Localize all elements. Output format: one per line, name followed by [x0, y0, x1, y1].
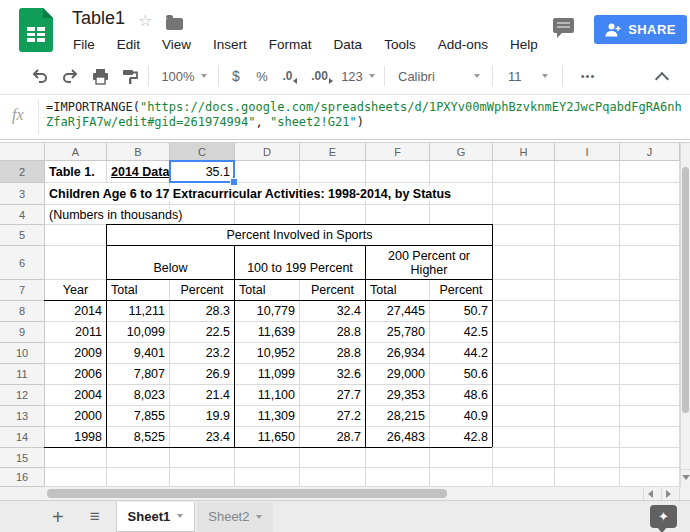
menu-view[interactable]: View [151, 37, 202, 52]
cell-H7[interactable] [493, 280, 555, 301]
cell-G13[interactable]: 40.9 [430, 406, 493, 427]
cell-F2[interactable] [366, 161, 430, 183]
cell-C12[interactable]: 21.4 [170, 385, 235, 406]
cell-I14[interactable] [555, 427, 620, 448]
cell-G14[interactable]: 42.8 [430, 427, 493, 448]
cell-G9[interactable]: 42.5 [430, 322, 493, 343]
cell-A7[interactable]: Year [45, 280, 107, 301]
cell-B6[interactable]: Below [107, 246, 235, 280]
cell-A12[interactable]: 2004 [45, 385, 107, 406]
cell-J13[interactable] [620, 406, 680, 427]
cell-A3[interactable]: Children Age 6 to 17 Extracurricular Act… [45, 183, 107, 205]
number-format-select[interactable]: 123 [338, 58, 378, 94]
folder-icon[interactable] [166, 18, 183, 30]
star-icon[interactable]: ☆ [138, 11, 152, 30]
cell-J8[interactable] [620, 301, 680, 322]
cell-I10[interactable] [555, 343, 620, 364]
more-toolbar-button[interactable]: ••• [570, 58, 606, 94]
cell-G15[interactable] [430, 448, 493, 468]
cell-I4[interactable] [555, 205, 620, 225]
cell-C7[interactable]: Percent [170, 280, 235, 301]
increase-decimal-button[interactable]: .00 [306, 58, 338, 94]
cell-E11[interactable]: 32.6 [300, 364, 366, 385]
menu-help[interactable]: Help [499, 37, 549, 52]
cell-J15[interactable] [620, 448, 680, 468]
sheets-logo-icon[interactable] [19, 8, 53, 52]
cell-H12[interactable] [493, 385, 555, 406]
cell-A10[interactable]: 2009 [45, 343, 107, 364]
cell-H10[interactable] [493, 343, 555, 364]
decrease-decimal-button[interactable]: .0 [276, 58, 304, 94]
cell-B2[interactable]: 2014 Data [107, 161, 170, 183]
cell-J5[interactable] [620, 225, 680, 246]
row-header-10[interactable]: 10 [0, 343, 45, 364]
currency-format-button[interactable]: $ [224, 58, 248, 94]
cell-J7[interactable] [620, 280, 680, 301]
vertical-scrollbar-thumb[interactable] [682, 167, 689, 413]
cell-C9[interactable]: 22.5 [170, 322, 235, 343]
cell-F6[interactable]: 200 Percent or Higher [366, 246, 493, 280]
row-header-4[interactable]: 4 [0, 205, 45, 225]
cell-E14[interactable]: 28.7 [300, 427, 366, 448]
cell-B11[interactable]: 7,807 [107, 364, 170, 385]
share-button[interactable]: SHARE [594, 15, 687, 44]
cell-J12[interactable] [620, 385, 680, 406]
column-header-E[interactable]: E [300, 143, 366, 161]
scroll-right-arrow-icon[interactable] [666, 490, 671, 498]
cell-F14[interactable]: 26,483 [366, 427, 430, 448]
cell-I11[interactable] [555, 364, 620, 385]
horizontal-scrollbar-thumb[interactable] [47, 489, 447, 498]
cell-D14[interactable]: 11,650 [235, 427, 300, 448]
row-header-5[interactable]: 5 [0, 225, 45, 246]
cell-H15[interactable] [493, 448, 555, 468]
cell-J11[interactable] [620, 364, 680, 385]
cell-J3[interactable] [620, 183, 680, 205]
row-header-3[interactable]: 3 [0, 183, 45, 205]
row-header-11[interactable]: 11 [0, 364, 45, 385]
cell-A4[interactable]: (Numbers in thousands) [45, 205, 107, 225]
cell-E9[interactable]: 28.8 [300, 322, 366, 343]
cell-H4[interactable] [493, 205, 555, 225]
cell-B8[interactable]: 11,211 [107, 301, 170, 322]
font-size-select[interactable]: 11 [500, 58, 556, 94]
cell-D6[interactable]: 100 to 199 Percent [235, 246, 366, 280]
cell-J10[interactable] [620, 343, 680, 364]
cell-J16[interactable] [620, 468, 680, 487]
cell-C14[interactable]: 23.4 [170, 427, 235, 448]
cell-J9[interactable] [620, 322, 680, 343]
row-header-9[interactable]: 9 [0, 322, 45, 343]
row-header-7[interactable]: 7 [0, 280, 45, 301]
row-header-12[interactable]: 12 [0, 385, 45, 406]
cell-A14[interactable]: 1998 [45, 427, 107, 448]
menu-file[interactable]: File [62, 37, 106, 52]
cell-H5[interactable] [493, 225, 555, 246]
column-header-A[interactable]: A [45, 143, 107, 161]
column-header-J[interactable]: J [620, 143, 680, 161]
cell-B16[interactable] [107, 468, 170, 487]
explore-button[interactable]: ✦ [650, 505, 677, 528]
cell-A8[interactable]: 2014 [45, 301, 107, 322]
cell-J6[interactable] [620, 246, 680, 280]
cell-A6[interactable] [45, 246, 107, 280]
cell-E12[interactable]: 27.7 [300, 385, 366, 406]
cell-A2[interactable]: Table 1. [45, 161, 107, 183]
column-header-C[interactable]: C [170, 143, 235, 161]
menu-edit[interactable]: Edit [106, 37, 151, 52]
cell-I6[interactable] [555, 246, 620, 280]
column-header-G[interactable]: G [430, 143, 493, 161]
row-header-13[interactable]: 13 [0, 406, 45, 427]
cell-I3[interactable] [555, 183, 620, 205]
grid-corner[interactable] [0, 143, 45, 161]
cell-B13[interactable]: 7,855 [107, 406, 170, 427]
row-header-15[interactable]: 15 [0, 448, 45, 468]
menu-addons[interactable]: Add-ons [427, 37, 499, 52]
cell-H14[interactable] [493, 427, 555, 448]
cell-I2[interactable] [555, 161, 620, 183]
cell-B15[interactable] [107, 448, 170, 468]
cell-B12[interactable]: 8,023 [107, 385, 170, 406]
cell-D16[interactable] [235, 468, 300, 487]
cell-D12[interactable]: 11,100 [235, 385, 300, 406]
paint-format-button[interactable] [117, 58, 143, 94]
cell-D2[interactable] [235, 161, 300, 183]
print-button[interactable] [87, 58, 113, 94]
